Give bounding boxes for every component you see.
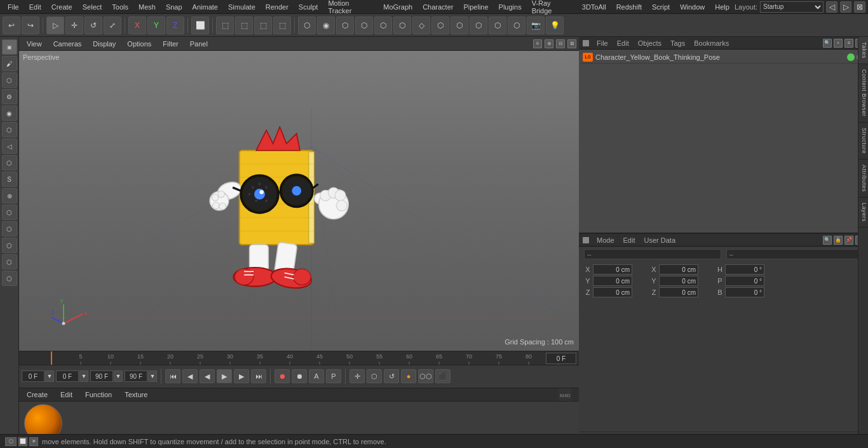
menu-snap[interactable]: Snap [161,2,187,12]
obj-menu-edit[interactable]: Edit [613,39,633,47]
snap-cube-btn[interactable]: ⬡ [298,17,316,34]
goto-end-btn[interactable]: ⏭ [251,369,266,383]
snap-extra4-btn[interactable]: ⬡ [489,17,506,34]
menu-help[interactable]: Help [710,2,735,12]
start-frame-down[interactable]: ▼ [45,370,54,382]
obj-menu-bookmarks[interactable]: Bookmarks [690,39,733,47]
tool-texture[interactable]: 🖌 [2,56,17,71]
material-texture[interactable]: Texture [119,390,153,400]
motion-path-5[interactable]: ⬡⬡ [418,369,433,383]
attr-icon-lock[interactable]: 🔒 [834,236,843,245]
rot-y-input[interactable] [659,276,698,286]
menu-mesh[interactable]: Mesh [133,2,161,12]
axis-y-btn[interactable]: Y [147,17,165,34]
tool-layer-c[interactable]: ⬡ [2,238,17,253]
prev-frame-btn[interactable]: ◀ [182,369,198,383]
viewport-3d[interactable]: Perspective [19,51,579,351]
rot-x-input[interactable] [659,264,698,275]
status-icon-1[interactable]: ⬡ [5,437,17,446]
viewport-menu-display[interactable]: Display [88,39,121,49]
render-region-btn[interactable]: ⬚ [216,17,234,34]
menu-plugins[interactable]: Plugins [494,2,527,12]
tab-content-browser[interactable]: Content Browser [858,64,868,123]
undo-button[interactable]: ↩ [3,17,20,34]
tab-structure[interactable]: Structure [858,123,868,160]
obj-menu-tags[interactable]: Tags [667,39,689,47]
viewport-icon-1[interactable]: ≡ [533,39,542,48]
tool-snap-extra[interactable]: ⊕ [2,188,17,203]
obj-vis-green[interactable] [847,53,855,61]
obj-menu-objects[interactable]: Objects [634,39,665,47]
h-input[interactable] [725,264,764,275]
viewport-icon-3[interactable]: ⊟ [556,39,565,48]
current-frame-input-2[interactable] [56,370,79,382]
tool-layer-a[interactable]: ⬡ [2,205,17,220]
obj-type-btn[interactable]: ⬜ [191,17,209,34]
pos-z-input[interactable] [593,287,632,297]
layout-icon-3[interactable]: ⊠ [854,1,865,13]
obj-icon-filter[interactable]: ≡ [844,39,853,48]
menu-render[interactable]: Render [261,2,294,12]
tool-uv[interactable]: ⬡ [2,72,17,88]
menu-mograph[interactable]: MoGraph [378,2,417,12]
snap-extra5-btn[interactable]: ⬡ [508,17,526,34]
tool-motion[interactable]: ⚙ [2,89,17,104]
render-anim-btn[interactable]: ⬚ [273,17,291,34]
next-frame-btn[interactable]: ▶ [234,369,249,383]
menu-motion-tracker[interactable]: Motion Tracker [323,0,378,16]
object-entry-character[interactable]: L0 Character_Yellow_Book_Thinking_Pose [580,51,867,64]
snap-figure-btn[interactable]: ◇ [412,17,430,34]
snap-extra3-btn[interactable]: ⬡ [470,17,487,34]
end-left-down[interactable]: ▼ [114,370,123,382]
current-frame-input[interactable] [546,353,576,364]
tool-sculpt[interactable]: S [2,172,17,187]
snap-cam-btn[interactable]: 📷 [527,17,545,34]
mode-move-btn[interactable]: ✛ [65,17,83,34]
layout-icon-1[interactable]: ◁ [826,1,837,13]
snap-extra-btn[interactable]: ⬡ [431,17,449,34]
material-edit[interactable]: Edit [55,390,78,400]
menu-redshift[interactable]: Redshift [611,2,647,12]
end-frame-right[interactable] [125,370,147,382]
mode-select-btn[interactable]: ▷ [46,17,64,34]
start-frame-input[interactable] [22,370,44,382]
menu-select[interactable]: Select [78,2,107,12]
menu-script[interactable]: Script [647,2,675,12]
redo-button[interactable]: ↪ [22,17,39,34]
viewport-menu-options[interactable]: Options [122,39,156,49]
viewport-icon-2[interactable]: ⊕ [545,39,553,48]
layout-icon-2[interactable]: ▷ [840,1,851,13]
p-input[interactable] [725,276,764,286]
motion-path-6[interactable]: ⬛ [435,369,451,383]
tab-attributes[interactable]: Attributes [858,160,868,198]
tool-object[interactable]: ◉ [2,105,17,121]
menu-sculpt[interactable]: Sculpt [294,2,323,12]
snap-cyl-btn[interactable]: ⬡ [336,17,354,34]
mode-rotate-btn[interactable]: ↺ [85,17,102,34]
mode-scale-btn[interactable]: ⤢ [104,17,121,34]
motion-path-2[interactable]: ⬡ [367,369,382,383]
timeline-ruler[interactable]: 0 5 10 15 20 25 30 35 [19,351,579,365]
viewport-menu-cameras[interactable]: Cameras [48,39,87,49]
viewport-menu-filter[interactable]: Filter [158,39,183,49]
viewport-menu-panel[interactable]: Panel [185,39,213,49]
menu-character[interactable]: Character [417,2,458,12]
menu-tools[interactable]: Tools [107,2,133,12]
tab-layers[interactable]: Layers [858,198,868,227]
attr-menu-edit[interactable]: Edit [620,236,639,244]
cf2-down[interactable]: ▼ [79,370,88,382]
material-create[interactable]: Create [22,390,53,400]
snap-torus-btn[interactable]: ⬡ [374,17,392,34]
motion-path-btn[interactable]: ✛ [349,369,365,383]
tool-layer-b[interactable]: ⬡ [2,221,17,236]
end-frame-left[interactable] [90,370,113,382]
axis-z-btn[interactable]: Z [166,17,184,34]
b-input[interactable] [725,287,764,297]
axis-x-btn[interactable]: X [128,17,146,34]
obj-icon-search[interactable]: 🔍 [823,39,832,48]
menu-simulate[interactable]: Simulate [223,2,261,12]
tool-point[interactable]: ⬡ [2,122,17,137]
menu-vray[interactable]: V-Ray Bridge [527,0,577,16]
render-active-btn[interactable]: ⬚ [235,17,253,34]
menu-pipeline[interactable]: Pipeline [458,2,493,12]
